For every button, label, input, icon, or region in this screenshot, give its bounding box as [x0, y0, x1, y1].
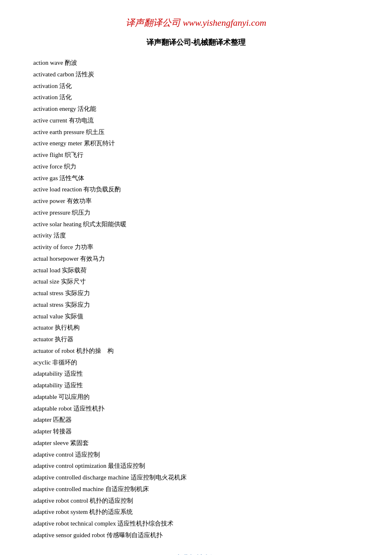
list-item: adaptive control 适应控制: [33, 449, 359, 461]
term-en: activity: [33, 232, 54, 239]
term-zh: 力功率: [75, 244, 93, 250]
term-zh: 实际尺寸: [61, 278, 86, 285]
term-zh: 活性气体: [59, 175, 84, 181]
term-en: adaptive robot technical complex: [33, 520, 117, 527]
list-item: adaptive robot system 机扑的适应系统: [33, 506, 359, 518]
list-item: actual load 实际载荷: [33, 265, 359, 276]
term-en: activated carbon: [33, 71, 75, 78]
term-list: action wave 酌波activated carbon 活性炭activa…: [33, 57, 359, 541]
term-en: actual size: [33, 278, 61, 285]
term-zh: 适应控制: [75, 451, 100, 458]
list-item: active pressure 织压力: [33, 207, 359, 219]
term-zh: 转接器: [53, 428, 72, 435]
term-zh: 执行机构: [55, 324, 80, 331]
term-en: adaptive control: [33, 451, 75, 458]
term-en: adapter sleeve: [33, 440, 70, 446]
list-item: actual value 实际值: [33, 311, 359, 323]
footer-text: 专业机械翻译: [33, 554, 359, 555]
term-zh: 适应控制电火花机床: [131, 474, 187, 481]
list-item: adaptive controlled discharge machine 适应…: [33, 472, 359, 484]
term-zh: 酌波: [65, 59, 77, 66]
term-zh: 有效马力: [80, 255, 105, 262]
term-en: adaptive sensor guided robot: [33, 532, 107, 538]
list-item: activity 活度: [33, 230, 359, 242]
term-zh: 紧固套: [70, 440, 89, 446]
list-item: active force 织力: [33, 161, 359, 173]
list-item: activation 活化: [33, 81, 359, 92]
list-item: adaptive controlled machine 自适应控制机床: [33, 484, 359, 495]
list-item: actuator 执行机构: [33, 322, 359, 334]
list-item: active energy meter 累积瓦特计: [33, 138, 359, 149]
list-item: actual horsepower 有效马力: [33, 253, 359, 265]
list-item: active current 有功电流: [33, 115, 359, 127]
term-zh: 织压力: [72, 209, 90, 216]
term-zh: 非循环的: [52, 359, 77, 366]
list-item: actual stress 实际应力: [33, 299, 359, 311]
list-item: adapter 匹配器: [33, 414, 359, 426]
term-zh: 机扑的适应系统: [89, 509, 133, 515]
term-zh: 活化: [59, 94, 72, 100]
header-logo: 译声翻译公司 www.yishengfanyi.com: [33, 17, 359, 29]
list-item: activation 活化: [33, 92, 359, 103]
term-zh: 可以应用的: [58, 394, 90, 400]
term-en: activity of force: [33, 244, 75, 250]
term-en: active energy meter: [33, 140, 84, 147]
term-zh: 匹配器: [53, 416, 72, 423]
term-zh: 有功负载反酌: [83, 186, 121, 193]
term-en: adaptive robot control: [33, 497, 90, 504]
term-en: activation energy: [33, 105, 78, 112]
list-item: adaptability 适应性: [33, 368, 359, 380]
term-en: adaptable: [33, 394, 58, 400]
list-item: actuator of robot 机扑的操 构: [33, 345, 359, 357]
term-en: actuator of robot: [33, 347, 76, 354]
list-item: adaptability 适应性: [33, 380, 359, 391]
list-item: adaptive sensor guided robot 传感曝制自适应机扑: [33, 530, 359, 541]
term-zh: 适应性: [64, 382, 83, 389]
term-en: actual stress: [33, 290, 65, 296]
term-zh: 有功电流: [69, 117, 94, 124]
term-en: actual horsepower: [33, 255, 80, 262]
term-en: active load reaction: [33, 186, 83, 193]
term-en: adapter: [33, 416, 53, 423]
term-en: activation: [33, 94, 59, 100]
term-en: actual value: [33, 313, 65, 320]
term-en: adaptable robot: [33, 405, 73, 412]
term-zh: 织土压: [86, 129, 105, 135]
term-en: adaptive control optimization: [33, 462, 108, 469]
list-item: action wave 酌波: [33, 57, 359, 69]
term-en: active earth pressure: [33, 129, 86, 135]
list-item: activated carbon 活性炭: [33, 69, 359, 81]
term-zh: 适应性机扑: [73, 405, 105, 412]
term-zh: 适应性: [64, 370, 83, 377]
list-item: active power 有效功率: [33, 196, 359, 207]
list-item: active solar heating 织式太阳能供暖: [33, 219, 359, 230]
term-en: adaptive controlled discharge machine: [33, 474, 131, 481]
term-en: active gas: [33, 175, 59, 181]
term-zh: 实际应力: [65, 290, 90, 296]
list-item: adaptive robot control 机扑的适应控制: [33, 495, 359, 507]
term-zh: 织飞行: [65, 152, 83, 158]
term-en: active current: [33, 117, 69, 124]
logo-text: 译声翻译公司 www.yishengfanyi.com: [126, 17, 266, 28]
term-en: actual load: [33, 267, 62, 274]
term-zh: 自适应控制机床: [105, 486, 149, 492]
list-item: adaptive robot technical complex 适应性机扑综合…: [33, 518, 359, 530]
list-item: acyclic 非循环的: [33, 357, 359, 369]
term-en: adaptive controlled machine: [33, 486, 105, 492]
term-zh: 机扑的操 构: [76, 347, 114, 354]
list-item: adaptable 可以应用的: [33, 391, 359, 403]
term-zh: 织力: [64, 163, 76, 170]
term-zh: 实际载荷: [62, 267, 87, 274]
list-item: actuator 执行器: [33, 334, 359, 345]
term-en: actuator: [33, 336, 55, 342]
list-item: adaptable robot 适应性机扑: [33, 403, 359, 415]
term-zh: 活化能: [78, 105, 96, 112]
list-item: adapter sleeve 紧固套: [33, 438, 359, 449]
term-zh: 活性炭: [75, 71, 94, 78]
list-item: adapter 转接器: [33, 426, 359, 438]
list-item: activation energy 活化能: [33, 103, 359, 115]
term-zh: 实际值: [65, 313, 83, 320]
term-en: action wave: [33, 59, 65, 66]
term-en: active flight: [33, 152, 65, 158]
term-en: active solar heating: [33, 221, 83, 227]
